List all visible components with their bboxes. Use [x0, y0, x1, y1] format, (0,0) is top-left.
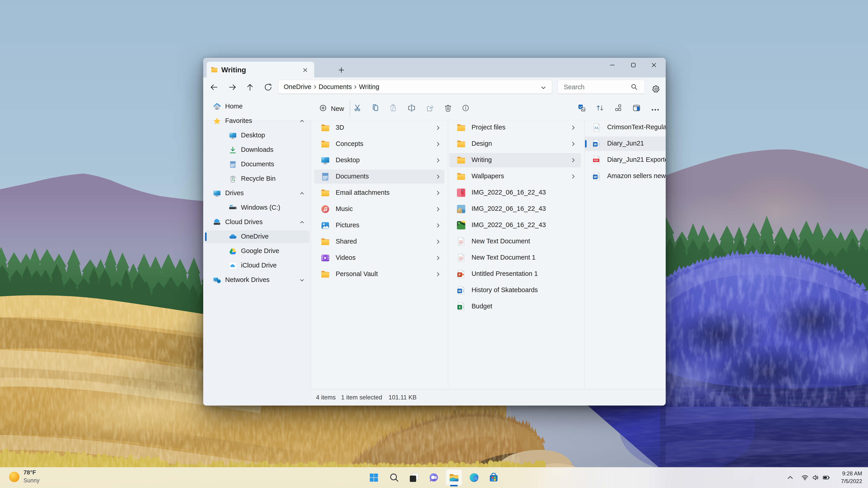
svg-text:P: P [459, 273, 461, 276]
svg-text:W: W [594, 142, 597, 146]
svg-text:W: W [594, 175, 597, 179]
svg-text:W: W [458, 289, 461, 293]
svg-text:A: A [596, 126, 599, 130]
svg-text:X: X [459, 305, 461, 309]
svg-text:PDF: PDF [594, 159, 598, 162]
